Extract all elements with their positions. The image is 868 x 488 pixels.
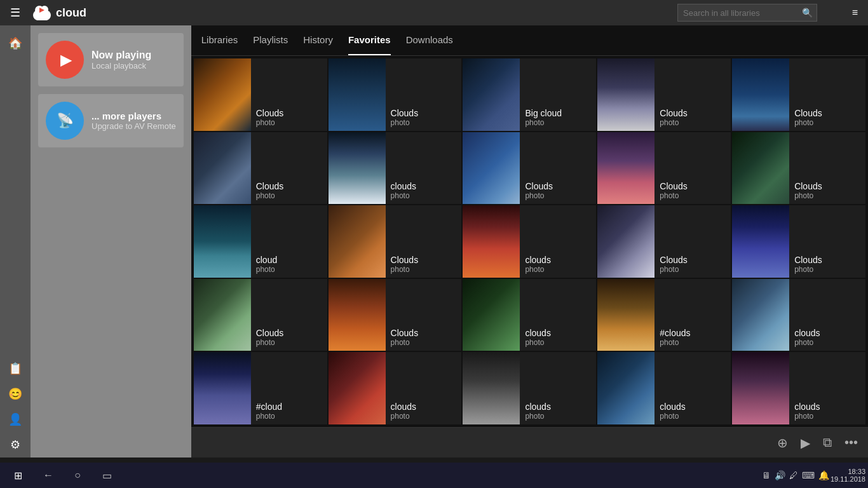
grid-item[interactable]: Clouds photo (463, 132, 596, 205)
play-button-circle[interactable]: ▶ (46, 41, 84, 79)
grid-item-info: Clouds photo (251, 104, 327, 131)
tab-playlists[interactable]: Playlists (253, 25, 288, 55)
grid-item-name: Clouds (391, 328, 457, 338)
grid-item-type: photo (256, 338, 322, 347)
grid-item[interactable]: Clouds photo (194, 58, 327, 131)
remote-button-circle[interactable]: 📡 (46, 102, 84, 140)
taskbar-keyboard-icon[interactable]: ⌨ (802, 470, 815, 480)
add-icon[interactable]: ⊕ (777, 435, 788, 451)
grid-item-name: clouds (794, 402, 860, 412)
taskbar-task-view-button[interactable]: ▭ (93, 463, 121, 488)
grid-item-info: Clouds photo (251, 177, 327, 204)
grid-item[interactable]: Clouds photo (597, 205, 731, 278)
taskbar-notification-icon[interactable]: 🔔 (818, 470, 829, 480)
grid-item[interactable]: Clouds photo (194, 279, 327, 351)
grid-item[interactable]: cloud photo (194, 205, 327, 278)
grid-item-type: photo (525, 265, 591, 274)
grid-item-info: Clouds photo (789, 251, 865, 278)
taskbar-systray: 🖥 🔊 🖊 ⌨ 🔔 (762, 470, 829, 480)
bottom-toolbar: ⊕ ▶ ⧉ ••• (191, 427, 868, 458)
grid-item-type: photo (794, 191, 860, 200)
grid-item-thumbnail (329, 352, 386, 424)
taskbar-display-icon[interactable]: 🖥 (762, 470, 771, 480)
sidebar-icon-settings[interactable]: ⚙ (3, 432, 28, 458)
grid-item[interactable]: clouds photo (463, 352, 596, 424)
now-playing-title: Now playing (92, 50, 151, 61)
grid-item[interactable]: clouds photo (732, 279, 865, 351)
grid-item[interactable]: Clouds photo (329, 205, 462, 278)
tab-libraries[interactable]: Libraries (201, 25, 238, 55)
grid-item[interactable]: Clouds photo (597, 58, 731, 131)
copy-icon[interactable]: ⧉ (823, 435, 832, 450)
grid-item[interactable]: Clouds photo (329, 58, 462, 131)
hamburger-menu-button[interactable]: ☰ (5, 6, 25, 20)
grid-item-type: photo (391, 118, 457, 127)
grid-item-info: clouds photo (789, 324, 865, 351)
more-players-card[interactable]: 📡 ... more players Upgrade to AV Remote (38, 94, 184, 147)
search-box[interactable]: 🔍 (677, 4, 817, 22)
grid-item-type: photo (794, 412, 860, 421)
sidebar-icon-user[interactable]: 👤 (3, 407, 28, 432)
taskbar-volume-icon[interactable]: 🔊 (775, 470, 785, 480)
grid-item[interactable]: #cloud photo (194, 352, 327, 424)
grid-item[interactable]: clouds photo (597, 352, 731, 424)
grid-item[interactable]: Clouds photo (732, 132, 865, 205)
grid-item[interactable]: clouds photo (463, 279, 596, 351)
grid-item[interactable]: Clouds photo (732, 58, 865, 131)
play-all-icon[interactable]: ▶ (801, 435, 810, 451)
grid-item[interactable]: Clouds photo (194, 132, 327, 205)
play-icon: ▶ (60, 51, 72, 69)
sidebar-icon-list[interactable]: 📋 (3, 356, 28, 381)
grid-item-type: photo (256, 191, 322, 200)
tab-favorites[interactable]: Favorites (348, 25, 391, 55)
grid-item-info: clouds photo (520, 398, 596, 424)
grid-item[interactable]: #clouds photo (597, 279, 731, 351)
grid-item[interactable]: clouds photo (329, 132, 462, 205)
sidebar-icon-home[interactable]: 🏠 (3, 30, 28, 56)
grid-item-name: Clouds (256, 328, 322, 338)
grid-item[interactable]: Clouds photo (597, 132, 731, 205)
grid-item-name: clouds (525, 328, 591, 338)
more-players-title: ... more players (92, 111, 176, 121)
content-area: Libraries Playlists History Favorites Do… (191, 25, 868, 458)
sidebar-content: ▶ Now playing Local playback 📡 ... more … (31, 25, 191, 458)
grid-item-info: Clouds photo (386, 324, 462, 351)
grid-item-type: photo (794, 265, 860, 274)
list-view-button[interactable]: ≡ (852, 7, 858, 18)
now-playing-subtitle: Local playback (92, 61, 151, 71)
taskbar-search-button[interactable]: ○ (64, 463, 92, 488)
grid-item-info: clouds photo (654, 398, 731, 424)
taskbar-time: 18:33 19.11.2018 (831, 468, 865, 483)
grid-item-name: Big cloud (525, 108, 591, 118)
grid-item-info: clouds photo (520, 324, 596, 351)
more-options-icon[interactable]: ••• (844, 435, 858, 450)
grid-item-info: #cloud photo (251, 398, 327, 424)
remote-icon: 📡 (57, 112, 74, 129)
now-playing-text: Now playing Local playback (92, 50, 151, 71)
grid-item-type: photo (660, 412, 726, 421)
grid-item[interactable]: Clouds photo (329, 279, 462, 351)
grid-item-thumbnail (597, 352, 654, 424)
grid-item-name: Clouds (525, 181, 591, 191)
main-layout: 🏠 📋 😊 👤 ⚙ ▶ Now playing Local playback 📡 (0, 25, 868, 458)
taskbar-pen-icon[interactable]: 🖊 (789, 470, 798, 480)
grid-item[interactable]: Big cloud photo (463, 58, 596, 131)
grid-item-thumbnail (463, 205, 520, 278)
taskbar-back-button[interactable]: ← (34, 463, 62, 488)
grid-item-name: Clouds (794, 108, 860, 118)
grid-item-type: photo (391, 338, 457, 347)
search-input[interactable] (678, 8, 798, 18)
grid-item[interactable]: clouds photo (329, 352, 462, 424)
grid-item[interactable]: Clouds photo (732, 205, 865, 278)
more-players-text: ... more players Upgrade to AV Remote (92, 111, 176, 131)
now-playing-card[interactable]: ▶ Now playing Local playback (38, 33, 184, 86)
sidebar-icon-smiley[interactable]: 😊 (3, 381, 28, 407)
grid-item[interactable]: clouds photo (732, 352, 865, 424)
tab-downloads[interactable]: Downloads (406, 25, 453, 55)
tab-history[interactable]: History (303, 25, 333, 55)
grid-item[interactable]: clouds photo (463, 205, 596, 278)
start-button[interactable]: ⊞ (3, 463, 33, 488)
grid-item-thumbnail (194, 132, 251, 205)
grid-item-name: Clouds (391, 108, 457, 118)
grid-item-thumbnail (597, 279, 654, 351)
